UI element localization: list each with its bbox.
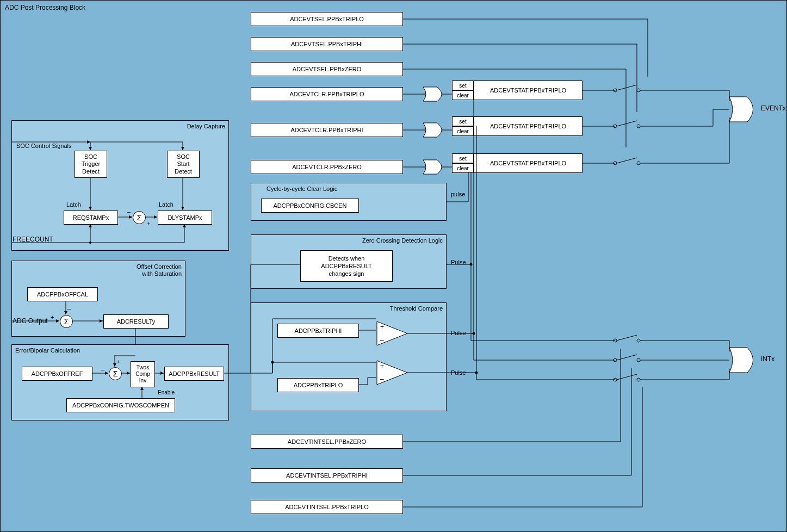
intx-label: INTx [761,355,774,363]
evtsel-triplo: ADCEVTSEL.PPBxTRIPLO [251,12,403,26]
diagram-canvas: ADC Post Processing Block Delay Capture … [0,0,787,532]
svg-point-12 [89,242,91,244]
evtclr-triphi: ADCEVTCLR.PPBxTRIPHI [251,123,403,137]
error-wires: – + [11,344,245,420]
main-title: ADC Post Processing Block [5,4,85,11]
svg-point-76 [271,361,274,364]
svg-text:–: – [101,366,105,373]
svg-text:+: + [116,358,120,365]
svg-point-72 [637,378,640,381]
delay-wires: – + [11,120,229,251]
offset-wires: + – [11,261,185,348]
svg-text:–: – [67,305,71,312]
evtclr-zero: ADCEVTCLR.PPBxZERO [251,160,403,174]
eventx-label: EVENTx [761,104,786,112]
svg-point-68 [637,358,640,362]
svg-text:+: + [51,314,54,320]
evtsel-triphi: ADCEVTSEL.PPBxTRIPHI [251,37,403,51]
evtclr-triplo: ADCEVTCLR.PPBxTRIPLO [251,87,403,101]
svg-text:–: – [127,208,131,215]
svg-text:+: + [147,220,150,227]
center-routing [229,183,621,515]
svg-point-63 [637,339,640,342]
evtsel-routing [403,11,675,196]
evtsel-zero: ADCEVTSEL.PPBxZERO [251,62,403,76]
